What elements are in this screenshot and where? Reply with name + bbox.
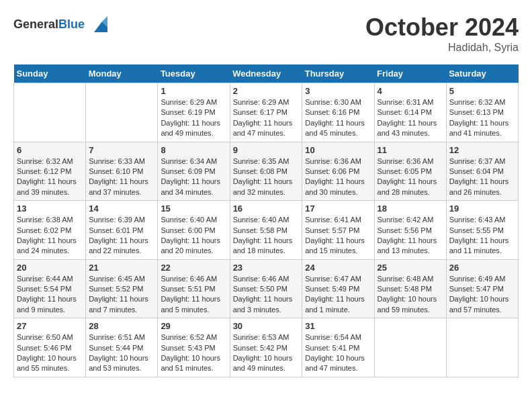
day-content: Sunrise: 6:46 AMSunset: 5:50 PMDaylight:… [233, 274, 300, 316]
day-content: Sunrise: 6:50 AMSunset: 5:46 PMDaylight:… [17, 332, 83, 374]
table-row: 28Sunrise: 6:51 AMSunset: 5:44 PMDayligh… [86, 318, 158, 377]
day-number: 21 [89, 263, 154, 273]
day-content: Sunrise: 6:29 AMSunset: 6:17 PMDaylight:… [233, 97, 300, 139]
daylight-text: Daylight: 10 hours and 53 minutes. [89, 353, 154, 374]
sunset-text: Sunset: 5:48 PM [378, 284, 443, 294]
month-title: October 2024 Hadidah, Syria [365, 13, 519, 54]
sunset-text: Sunset: 5:44 PM [89, 343, 154, 353]
day-content: Sunrise: 6:36 AMSunset: 6:05 PMDaylight:… [378, 156, 443, 198]
daylight-text: Daylight: 11 hours and 49 minutes. [161, 118, 226, 139]
sunset-text: Sunset: 6:06 PM [305, 167, 371, 177]
sunset-text: Sunset: 6:12 PM [17, 167, 83, 177]
sunrise-text: Sunrise: 6:34 AM [161, 156, 226, 167]
table-row: 15Sunrise: 6:40 AMSunset: 6:00 PMDayligh… [158, 201, 230, 260]
daylight-text: Daylight: 11 hours and 1 minute. [305, 294, 371, 315]
day-content: Sunrise: 6:36 AMSunset: 6:06 PMDaylight:… [305, 156, 371, 198]
table-row: 26Sunrise: 6:49 AMSunset: 5:47 PMDayligh… [446, 259, 518, 318]
table-row: 30Sunrise: 6:53 AMSunset: 5:42 PMDayligh… [230, 318, 302, 377]
day-number: 9 [233, 145, 300, 155]
day-content: Sunrise: 6:33 AMSunset: 6:10 PMDaylight:… [89, 156, 154, 198]
calendar-week-row: 13Sunrise: 6:38 AMSunset: 6:02 PMDayligh… [14, 201, 519, 260]
day-content: Sunrise: 6:31 AMSunset: 6:14 PMDaylight:… [378, 97, 443, 139]
sunset-text: Sunset: 6:04 PM [449, 167, 515, 177]
day-number: 19 [449, 203, 515, 214]
day-content: Sunrise: 6:34 AMSunset: 6:09 PMDaylight:… [161, 156, 226, 198]
daylight-text: Daylight: 10 hours and 55 minutes. [17, 353, 83, 374]
day-content: Sunrise: 6:30 AMSunset: 6:16 PMDaylight:… [305, 97, 371, 139]
day-number: 6 [17, 145, 83, 155]
day-number: 7 [89, 145, 154, 155]
logo-general: General [13, 17, 58, 31]
day-number: 23 [233, 263, 300, 273]
col-friday: Friday [374, 64, 446, 83]
sunrise-text: Sunrise: 6:30 AM [305, 97, 371, 107]
day-content: Sunrise: 6:37 AMSunset: 6:04 PMDaylight:… [449, 156, 515, 198]
sunset-text: Sunset: 6:13 PM [449, 107, 515, 118]
col-wednesday: Wednesday [230, 64, 302, 83]
sunrise-text: Sunrise: 6:40 AM [233, 215, 300, 225]
daylight-text: Daylight: 11 hours and 13 minutes. [378, 236, 443, 257]
day-number: 27 [17, 321, 83, 331]
sunset-text: Sunset: 5:55 PM [449, 226, 515, 236]
daylight-text: Daylight: 11 hours and 28 minutes. [378, 177, 443, 197]
sunrise-text: Sunrise: 6:36 AM [305, 156, 371, 167]
sunset-text: Sunset: 5:56 PM [378, 226, 443, 236]
daylight-text: Daylight: 11 hours and 3 minutes. [233, 294, 300, 315]
daylight-text: Daylight: 11 hours and 37 minutes. [89, 177, 154, 197]
sunset-text: Sunset: 6:02 PM [17, 226, 83, 236]
daylight-text: Daylight: 10 hours and 47 minutes. [305, 353, 371, 374]
daylight-text: Daylight: 11 hours and 24 minutes. [17, 236, 83, 257]
sunset-text: Sunset: 5:57 PM [305, 226, 371, 236]
sunrise-text: Sunrise: 6:29 AM [233, 97, 300, 107]
table-row: 7Sunrise: 6:33 AMSunset: 6:10 PMDaylight… [86, 142, 158, 201]
page-header: GeneralBlue October 2024 Hadidah, Syria [13, 13, 519, 54]
day-number: 31 [305, 321, 371, 331]
table-row: 13Sunrise: 6:38 AMSunset: 6:02 PMDayligh… [14, 201, 86, 260]
day-number: 13 [17, 203, 83, 214]
calendar-header-row: Sunday Monday Tuesday Wednesday Thursday… [14, 64, 519, 83]
daylight-text: Daylight: 11 hours and 5 minutes. [161, 294, 226, 315]
sunrise-text: Sunrise: 6:38 AM [17, 215, 83, 225]
col-tuesday: Tuesday [158, 64, 230, 83]
sunrise-text: Sunrise: 6:44 AM [17, 274, 83, 284]
table-row [374, 318, 446, 377]
day-content: Sunrise: 6:46 AMSunset: 5:51 PMDaylight:… [161, 274, 226, 316]
day-content: Sunrise: 6:48 AMSunset: 5:48 PMDaylight:… [378, 274, 443, 316]
calendar-week-row: 27Sunrise: 6:50 AMSunset: 5:46 PMDayligh… [14, 318, 519, 377]
calendar-table: Sunday Monday Tuesday Wednesday Thursday… [13, 64, 519, 377]
day-number: 28 [89, 321, 154, 331]
day-number: 22 [161, 263, 226, 273]
day-content: Sunrise: 6:39 AMSunset: 6:01 PMDaylight:… [89, 215, 154, 257]
col-thursday: Thursday [302, 64, 374, 83]
day-content: Sunrise: 6:29 AMSunset: 6:19 PMDaylight:… [161, 97, 226, 139]
day-number: 18 [378, 203, 443, 214]
day-number: 17 [305, 203, 371, 214]
daylight-text: Daylight: 10 hours and 59 minutes. [378, 294, 443, 315]
day-content: Sunrise: 6:35 AMSunset: 6:08 PMDaylight:… [233, 156, 300, 198]
daylight-text: Daylight: 11 hours and 9 minutes. [17, 294, 83, 315]
sunset-text: Sunset: 6:17 PM [233, 107, 300, 118]
day-number: 2 [233, 86, 300, 96]
day-number: 11 [378, 145, 443, 155]
sunrise-text: Sunrise: 6:43 AM [449, 215, 515, 225]
table-row: 19Sunrise: 6:43 AMSunset: 5:55 PMDayligh… [446, 201, 518, 260]
daylight-text: Daylight: 11 hours and 34 minutes. [161, 177, 226, 197]
daylight-text: Daylight: 11 hours and 15 minutes. [305, 236, 371, 257]
day-content: Sunrise: 6:52 AMSunset: 5:43 PMDaylight:… [161, 332, 226, 374]
day-number: 3 [305, 86, 371, 96]
daylight-text: Daylight: 11 hours and 30 minutes. [305, 177, 371, 197]
daylight-text: Daylight: 11 hours and 41 minutes. [449, 118, 515, 139]
table-row: 17Sunrise: 6:41 AMSunset: 5:57 PMDayligh… [302, 201, 374, 260]
sunset-text: Sunset: 6:19 PM [161, 107, 226, 118]
sunset-text: Sunset: 5:41 PM [305, 343, 371, 353]
col-monday: Monday [86, 64, 158, 83]
col-saturday: Saturday [446, 64, 518, 83]
sunset-text: Sunset: 6:14 PM [378, 107, 443, 118]
sunset-text: Sunset: 5:43 PM [161, 343, 226, 353]
daylight-text: Daylight: 10 hours and 51 minutes. [161, 353, 226, 374]
sunrise-text: Sunrise: 6:47 AM [305, 274, 371, 284]
table-row: 23Sunrise: 6:46 AMSunset: 5:50 PMDayligh… [230, 259, 302, 318]
location: Hadidah, Syria [365, 42, 519, 54]
day-number: 12 [449, 145, 515, 155]
table-row: 8Sunrise: 6:34 AMSunset: 6:09 PMDaylight… [158, 142, 230, 201]
